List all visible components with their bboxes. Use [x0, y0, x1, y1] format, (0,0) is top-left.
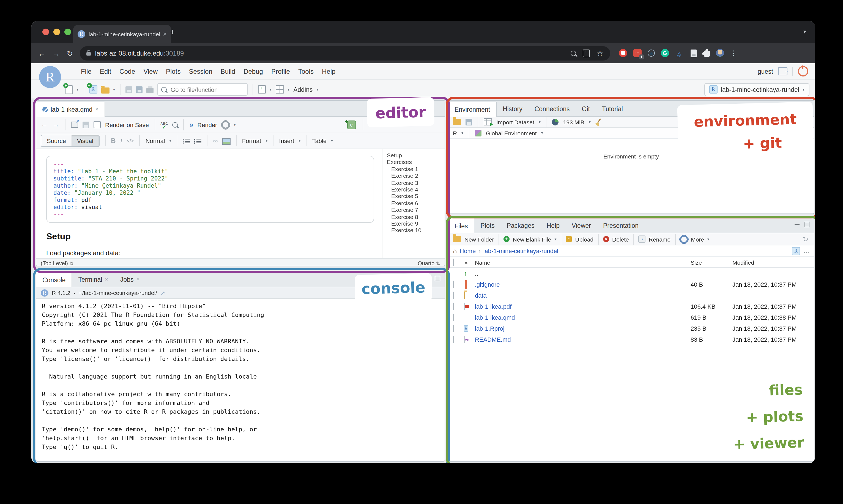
forward-icon[interactable]: → — [52, 49, 60, 57]
notes-extension-icon[interactable] — [690, 49, 696, 57]
search-icon — [161, 87, 167, 92]
tab-search-chevron-icon[interactable]: ▾ — [803, 29, 806, 35]
browser-tab-strip: R lab-1-mine-cetinkaya-rundel × + ▾ — [31, 21, 815, 43]
extension-badge: 1 — [640, 54, 644, 59]
password-extension-icon[interactable]: ...1 — [633, 49, 641, 57]
back-icon[interactable]: ← — [38, 49, 46, 57]
menu-edit[interactable]: Edit — [100, 67, 111, 75]
open-file-icon[interactable] — [101, 87, 109, 93]
menu-debug[interactable]: Debug — [244, 67, 263, 75]
screenshot-stage: R lab-1-mine-cetinkaya-rundel × + ▾ ← → … — [0, 0, 843, 504]
project-cube-icon: R — [709, 85, 718, 93]
project-caret-icon: ▾ — [803, 87, 805, 92]
username-label: guest — [758, 68, 773, 75]
browser-menu-icon[interactable]: ⋮ — [730, 49, 737, 57]
save-all-icon[interactable] — [136, 86, 143, 93]
open-caret-icon[interactable]: ▾ — [113, 87, 115, 92]
adblock-extension-icon[interactable] — [619, 49, 627, 57]
vcs-caret-icon[interactable]: ▾ — [270, 87, 272, 92]
new-project-icon[interactable]: R — [89, 85, 97, 93]
rstudio-favicon: R — [77, 30, 85, 38]
print-icon[interactable] — [146, 88, 154, 93]
url-port: :30189 — [164, 49, 184, 57]
sign-out-icon[interactable] — [778, 67, 787, 75]
menu-file[interactable]: File — [81, 67, 92, 75]
project-name: lab-1-mine-cetinkaya-rundel — [721, 86, 799, 93]
menu-session[interactable]: Session — [189, 67, 212, 75]
project-selector[interactable]: R lab-1-mine-cetinkaya-rundel ▾ — [704, 83, 809, 96]
menu-code[interactable]: Code — [120, 67, 135, 75]
grammarly-extension-icon[interactable]: G — [661, 49, 669, 57]
minimize-window-button[interactable] — [53, 29, 60, 35]
divider — [792, 67, 793, 76]
browser-tab-title: lab-1-mine-cetinkaya-rundel — [89, 31, 160, 37]
window-controls — [42, 29, 71, 35]
reload-icon[interactable]: ↻ — [67, 49, 73, 57]
browser-tab[interactable]: R lab-1-mine-cetinkaya-rundel × — [73, 25, 171, 43]
close-tab-icon[interactable]: × — [163, 30, 167, 38]
axe-extension-icon[interactable]: ▵ax — [675, 49, 683, 57]
files-annotation-label: files + plots + viewer — [714, 373, 812, 461]
editor-annotation-label: editor — [367, 97, 435, 127]
address-bar[interactable]: labs-az-08.oit.duke.edu:30189 ☆ — [79, 46, 610, 60]
menu-build[interactable]: Build — [221, 67, 235, 75]
url-text: labs-az-08.oit.duke.edu:30189 — [95, 49, 184, 57]
extension-icons: ...1 G ▵ax ⋮ — [619, 49, 737, 57]
addins-button[interactable]: Addins — [293, 86, 312, 93]
menu-view[interactable]: View — [143, 67, 158, 75]
rstudio-toolbar: ▾ R ▾ ▾ ▾ Addins ▾ — [31, 79, 815, 99]
console-annotation-label: console — [355, 273, 432, 302]
goto-file-search[interactable] — [157, 83, 248, 96]
panes-caret-icon[interactable]: ▾ — [288, 87, 289, 92]
bird-extension-icon[interactable] — [647, 50, 654, 57]
menu-plots[interactable]: Plots — [166, 67, 180, 75]
lock-icon — [86, 52, 91, 56]
share-icon[interactable] — [583, 49, 590, 57]
menu-profile[interactable]: Profile — [271, 67, 290, 75]
goto-file-input[interactable] — [169, 86, 235, 93]
new-file-caret-icon[interactable]: ▾ — [76, 87, 78, 92]
workspace-panes-icon[interactable] — [275, 85, 284, 93]
quit-session-icon[interactable] — [798, 66, 808, 76]
new-tab-button[interactable]: + — [170, 28, 175, 36]
new-file-icon[interactable] — [66, 85, 73, 94]
zoom-window-button[interactable] — [65, 29, 71, 35]
addins-caret-icon[interactable]: ▾ — [317, 87, 318, 92]
profile-avatar[interactable] — [716, 49, 724, 57]
browser-window: R lab-1-mine-cetinkaya-rundel × + ▾ ← → … — [31, 21, 815, 463]
version-control-icon[interactable] — [258, 85, 266, 93]
rstudio-header: R File Edit Code View Plots Session Buil… — [31, 63, 815, 99]
environment-annotation-label: environment + git — [677, 102, 814, 163]
rstudio-logo: R — [39, 66, 61, 88]
save-icon[interactable] — [125, 86, 132, 93]
menu-help[interactable]: Help — [322, 67, 335, 75]
browser-navbar: ← → ↻ labs-az-08.oit.duke.edu:30189 ☆ ..… — [31, 43, 815, 63]
zoom-page-icon[interactable] — [571, 50, 576, 56]
extensions-puzzle-icon[interactable] — [703, 51, 710, 57]
close-window-button[interactable] — [42, 29, 49, 35]
rstudio-menubar: File Edit Code View Plots Session Build … — [31, 63, 815, 79]
bookmark-star-icon[interactable]: ☆ — [596, 49, 603, 57]
menu-tools[interactable]: Tools — [298, 67, 313, 75]
